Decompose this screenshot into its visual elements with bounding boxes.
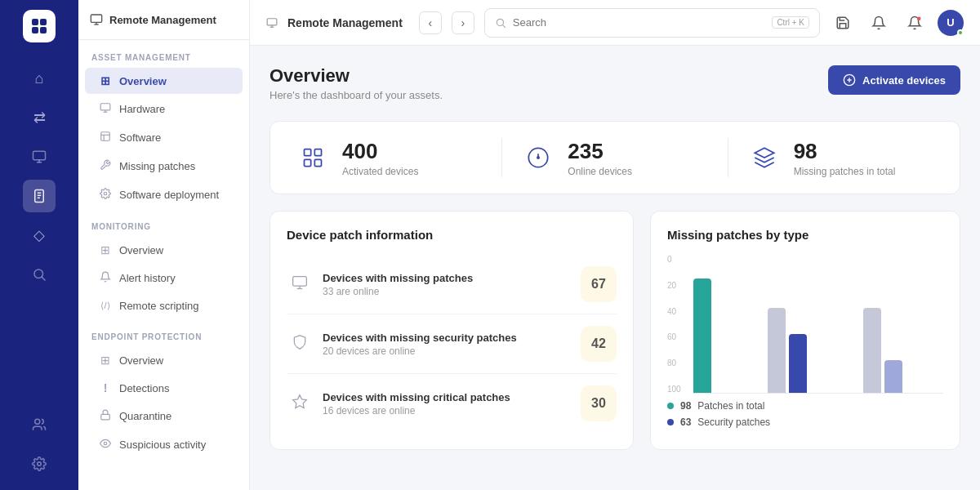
- patch-missing-name: Devices with missing patches: [323, 272, 571, 284]
- save-icon-button[interactable]: [830, 10, 856, 36]
- sidebar-item-label: Detections: [119, 382, 169, 394]
- sidebar-item-hardware[interactable]: Hardware: [85, 96, 243, 122]
- svg-rect-36: [305, 159, 311, 166]
- svg-point-14: [38, 462, 42, 466]
- sidebar-item-quarantine[interactable]: Quarantine: [85, 403, 243, 430]
- missing-label: Missing patches in total: [794, 166, 896, 177]
- legend-item-security: 63 Security patches: [667, 416, 943, 428]
- search-input[interactable]: [513, 16, 766, 29]
- activated-icon: [296, 141, 329, 174]
- legend-dot-security: [667, 419, 674, 425]
- bell-icon-button[interactable]: [902, 10, 928, 36]
- activate-icon: [843, 74, 856, 87]
- nav-forward-button[interactable]: ›: [452, 11, 474, 34]
- patch-security-name: Devices with missing security patches: [323, 332, 571, 344]
- overview-mon-icon: ⊞: [98, 243, 113, 256]
- sidebar-app-title: Remote Management: [109, 14, 216, 26]
- sidebar-item-label: Overview: [119, 244, 163, 256]
- sidebar-item-label: Hardware: [119, 103, 165, 115]
- legend-security-num: 63: [680, 416, 691, 428]
- monitoring-label: MONITORING: [78, 209, 249, 236]
- y-label-40: 40: [667, 307, 687, 316]
- endpoint-label: ENDPOINT PROTECTION: [78, 319, 249, 346]
- legend-security-label: Security patches: [697, 416, 770, 428]
- bar-group-2: [768, 308, 807, 393]
- svg-point-13: [35, 419, 40, 424]
- sidebar-item-filters[interactable]: ⇄: [23, 101, 56, 134]
- missing-count: 98: [794, 139, 896, 164]
- bar-blue-2: [789, 334, 807, 393]
- legend-total-num: 98: [680, 400, 691, 412]
- patch-critical-badge: 30: [581, 385, 617, 421]
- svg-rect-1: [40, 19, 47, 25]
- sidebar-item-overview-monitoring[interactable]: ⊞ Overview: [85, 237, 243, 263]
- y-label-60: 60: [667, 332, 687, 341]
- stat-online: 235 Online devices: [522, 139, 707, 177]
- app-logo: [23, 10, 56, 42]
- activate-devices-button[interactable]: Activate devices: [828, 65, 960, 95]
- sidebar-item-software[interactable]: Software: [85, 124, 243, 151]
- stat-activated: 400 Activated devices: [296, 139, 482, 177]
- sidebar-item-missing-patches[interactable]: Missing patches: [85, 153, 243, 180]
- legend-item-total: 98 Patches in total: [667, 400, 943, 412]
- bar-purple-3: [884, 360, 902, 393]
- sidebar-item-software-deployment[interactable]: Software deployment: [85, 181, 243, 208]
- chart-panel: Missing patches by type 100 80 60 40 20 …: [650, 211, 960, 450]
- sidebar-item-label: Missing patches: [119, 160, 195, 172]
- svg-rect-2: [32, 27, 38, 33]
- user-avatar[interactable]: U: [938, 10, 964, 36]
- missing-patches-icon: [98, 159, 113, 173]
- search-shortcut: Ctrl + K: [772, 16, 809, 29]
- topbar: Remote Management ‹ › Ctrl + K U: [250, 0, 980, 46]
- sidebar-item-suspicious-activity[interactable]: Suspicious activity: [85, 431, 243, 458]
- svg-rect-23: [101, 414, 110, 419]
- sidebar-item-monitor[interactable]: [23, 140, 56, 173]
- breadcrumb-icon: [266, 17, 278, 29]
- sidebar-item-clipboard[interactable]: [23, 180, 56, 212]
- patch-security-sub: 20 devices are online: [323, 345, 571, 357]
- sidebar-item-gear[interactable]: [23, 448, 56, 480]
- sidebar-item-alert-history[interactable]: Alert history: [85, 265, 243, 292]
- activated-label: Activated devices: [342, 166, 418, 177]
- svg-line-12: [42, 277, 46, 281]
- svg-rect-3: [40, 27, 47, 33]
- svg-rect-35: [314, 149, 321, 156]
- bar-gray-3: [863, 308, 881, 393]
- sidebar-item-people[interactable]: [23, 408, 56, 441]
- stat-missing: 98 Missing patches in total: [748, 139, 933, 177]
- legend-dot-total: [667, 403, 674, 409]
- sidebar-item-label: Alert history: [119, 272, 176, 284]
- patch-critical-info: Devices with missing critical patches 16…: [323, 391, 571, 416]
- sidebar-item-remote-scripting[interactable]: ⟨/⟩ Remote scripting: [85, 293, 243, 318]
- content-area: Overview Here's the dashboard of your as…: [250, 46, 980, 490]
- sidebar-item-label: Overview: [119, 354, 163, 367]
- search-icon: [495, 17, 506, 29]
- patch-missing-info: Devices with missing patches 33 are onli…: [323, 272, 571, 297]
- stats-row: 400 Activated devices 235 Online devices: [270, 121, 960, 194]
- page-info: Overview Here's the dashboard of your as…: [270, 65, 443, 101]
- chart-bars-area: [693, 255, 943, 394]
- icon-bar: ⌂ ⇄ ◇: [0, 0, 78, 490]
- patch-critical-name: Devices with missing critical patches: [323, 391, 571, 403]
- overview-asset-icon: ⊞: [98, 74, 113, 87]
- sidebar-item-search2[interactable]: [23, 258, 56, 291]
- sidebar-item-home[interactable]: ⌂: [23, 62, 56, 95]
- sidebar-item-detections[interactable]: ! Detections: [85, 375, 243, 401]
- patch-info-panel: Device patch information Devices with mi…: [270, 211, 634, 450]
- svg-rect-15: [91, 15, 101, 22]
- sidebar-item-overview-endpoint[interactable]: ⊞ Overview: [85, 347, 243, 373]
- patch-missing-sub: 33 are online: [323, 286, 571, 297]
- notification-icon-button[interactable]: [866, 10, 892, 36]
- online-icon: [522, 141, 555, 174]
- online-label: Online devices: [568, 166, 632, 177]
- nav-back-button[interactable]: ‹: [419, 11, 442, 34]
- alert-history-icon: [98, 271, 113, 285]
- search-bar: Ctrl + K: [484, 8, 820, 38]
- topbar-actions: U: [830, 10, 964, 36]
- sidebar-item-label: Software deployment: [119, 189, 219, 201]
- sidebar-item-overview-asset[interactable]: ⊞ Overview: [85, 68, 243, 94]
- stat-missing-info: 98 Missing patches in total: [794, 139, 896, 177]
- stat-activated-info: 400 Activated devices: [342, 139, 418, 177]
- sidebar-item-tag[interactable]: ◇: [23, 219, 56, 252]
- svg-point-22: [104, 192, 107, 195]
